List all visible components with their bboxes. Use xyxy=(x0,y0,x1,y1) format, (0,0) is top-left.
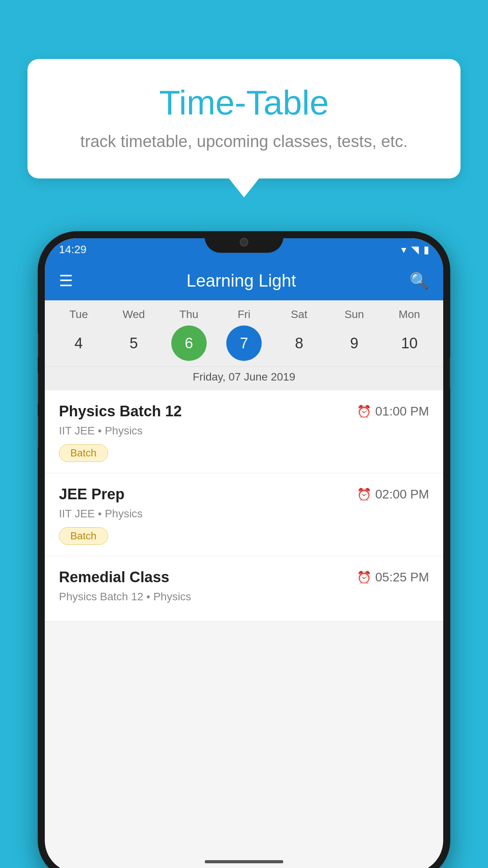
schedule-item-time: ⏰ 01:00 PM xyxy=(357,404,429,419)
day-number[interactable]: 4 xyxy=(61,326,96,361)
schedule-item-title: JEE Prep xyxy=(59,486,125,503)
clock-icon: ⏰ xyxy=(357,570,371,584)
wifi-icon: ▾ xyxy=(401,244,406,256)
signal-icon: ◥ xyxy=(411,244,419,256)
batch-badge: Batch xyxy=(59,527,108,545)
status-time: 14:29 xyxy=(59,243,86,256)
clock-icon: ⏰ xyxy=(357,487,371,501)
schedule-item-subtitle: IIT JEE • Physics xyxy=(59,425,429,437)
calendar-strip: TueWedThuFriSatSunMon 45678910 Friday, 0… xyxy=(45,300,443,390)
calendar-date-label: Friday, 07 June 2019 xyxy=(45,366,443,390)
power-button xyxy=(449,357,450,388)
day-headers: TueWedThuFriSatSunMon xyxy=(45,308,443,321)
tooltip-card: Time-Table track timetable, upcoming cla… xyxy=(28,59,460,178)
schedule-item[interactable]: Remedial Class ⏰ 05:25 PM Physics Batch … xyxy=(45,556,443,622)
schedule-item-time: ⏰ 02:00 PM xyxy=(357,487,429,502)
schedule-item-header: Remedial Class ⏰ 05:25 PM xyxy=(59,569,429,586)
front-camera xyxy=(240,238,248,246)
search-icon[interactable]: 🔍 xyxy=(409,272,429,290)
day-header: Wed xyxy=(116,308,151,321)
status-icons: ▾ ◥ ▮ xyxy=(401,244,429,256)
day-header: Fri xyxy=(226,308,262,321)
card-title: Time-Table xyxy=(55,83,433,123)
app-title: Learning Light xyxy=(187,271,296,291)
schedule-item[interactable]: JEE Prep ⏰ 02:00 PM IIT JEE • Physics Ba… xyxy=(45,473,443,556)
schedule-item[interactable]: Physics Batch 12 ⏰ 01:00 PM IIT JEE • Ph… xyxy=(45,390,443,473)
day-number[interactable]: 5 xyxy=(116,326,151,361)
day-number[interactable]: 6 xyxy=(171,326,207,361)
card-subtitle: track timetable, upcoming classes, tests… xyxy=(55,132,433,151)
day-header: Sun xyxy=(337,308,372,321)
phone-outer: 14:29 ▾ ◥ ▮ ☰ Learning Light 🔍 TueWedThu… xyxy=(38,231,450,868)
volume-down-button xyxy=(38,373,39,404)
day-header: Thu xyxy=(171,308,207,321)
schedule-item-time: ⏰ 05:25 PM xyxy=(357,570,429,585)
schedule-item-title: Remedial Class xyxy=(59,569,169,586)
app-toolbar: ☰ Learning Light 🔍 xyxy=(45,261,443,300)
home-indicator xyxy=(205,860,283,863)
schedule-item-header: Physics Batch 12 ⏰ 01:00 PM xyxy=(59,403,429,420)
day-header: Tue xyxy=(61,308,96,321)
batch-badge: Batch xyxy=(59,444,108,462)
schedule-item-subtitle: Physics Batch 12 • Physics xyxy=(59,590,429,603)
day-numbers: 45678910 xyxy=(45,326,443,361)
schedule-list: Physics Batch 12 ⏰ 01:00 PM IIT JEE • Ph… xyxy=(45,390,443,622)
day-number[interactable]: 7 xyxy=(226,326,262,361)
day-header: Sat xyxy=(281,308,317,321)
silent-button xyxy=(38,416,39,447)
day-number[interactable]: 10 xyxy=(392,326,427,361)
battery-icon: ▮ xyxy=(424,244,429,256)
schedule-item-subtitle: IIT JEE • Physics xyxy=(59,508,429,520)
schedule-item-header: JEE Prep ⏰ 02:00 PM xyxy=(59,486,429,503)
volume-up-button xyxy=(38,333,39,357)
phone-mockup: 14:29 ▾ ◥ ▮ ☰ Learning Light 🔍 TueWedThu… xyxy=(38,231,450,868)
phone-notch xyxy=(205,231,283,253)
schedule-item-title: Physics Batch 12 xyxy=(59,403,182,420)
day-header: Mon xyxy=(392,308,427,321)
phone-screen: 14:29 ▾ ◥ ▮ ☰ Learning Light 🔍 TueWedThu… xyxy=(45,238,443,868)
clock-icon: ⏰ xyxy=(357,405,371,418)
day-number[interactable]: 8 xyxy=(281,326,317,361)
day-number[interactable]: 9 xyxy=(337,326,372,361)
menu-icon[interactable]: ☰ xyxy=(59,272,73,290)
